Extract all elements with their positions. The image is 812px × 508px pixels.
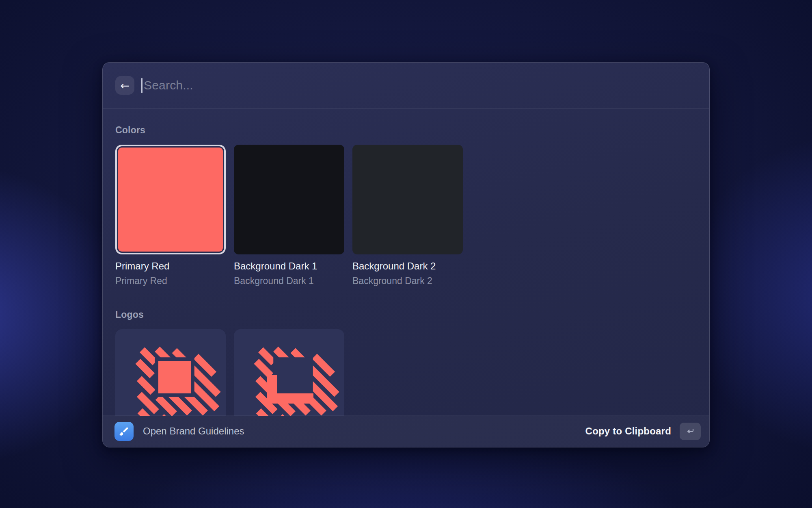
text-caret [141, 78, 143, 93]
logo-mark-filled-icon [120, 332, 221, 416]
section-header-colors: Colors [115, 125, 697, 136]
command-palette-window: ← Search... Colors Primary Red Primary R… [102, 62, 710, 447]
search-header: ← Search... [103, 63, 709, 108]
swatch-fill-background-dark-2 [352, 145, 463, 254]
search-placeholder: Search... [144, 78, 193, 92]
logos-grid [115, 329, 697, 416]
section-header-logos: Logos [115, 309, 697, 320]
color-title: Primary Red [115, 261, 226, 272]
color-title: Background Dark 1 [234, 261, 344, 272]
brand-guidelines-app-icon [114, 422, 134, 441]
copy-to-clipboard-action[interactable]: Copy to Clipboard [585, 423, 701, 440]
enter-keycap [680, 423, 701, 440]
logo-card-filled[interactable] [115, 329, 226, 416]
swatch-fill-background-dark-1 [234, 145, 344, 254]
results-area: Colors Primary Red Primary Red Backgroun… [103, 109, 709, 416]
logo-mark-outline-icon [238, 332, 340, 416]
color-subtitle: Background Dark 1 [234, 276, 344, 287]
action-bar: Open Brand Guidelines Copy to Clipboard [103, 415, 709, 447]
color-swatch-selected [115, 145, 226, 254]
open-brand-guidelines-action[interactable]: Open Brand Guidelines [114, 422, 244, 441]
paintbrush-icon [119, 426, 130, 437]
desktop-background: ← Search... Colors Primary Red Primary R… [0, 0, 812, 508]
color-card-background-dark-1[interactable]: Background Dark 1 Background Dark 1 [234, 145, 344, 287]
search-input[interactable]: Search... [141, 63, 697, 108]
color-title: Background Dark 2 [352, 261, 463, 272]
colors-grid: Primary Red Primary Red Background Dark … [115, 145, 697, 287]
copy-to-clipboard-label: Copy to Clipboard [585, 426, 671, 437]
logo-card-outline[interactable] [234, 329, 344, 416]
back-button[interactable]: ← [115, 76, 134, 95]
open-brand-guidelines-label: Open Brand Guidelines [143, 426, 244, 437]
swatch-fill-primary-red [118, 148, 223, 252]
enter-return-icon [685, 426, 695, 436]
color-subtitle: Primary Red [115, 276, 226, 287]
back-arrow-icon: ← [120, 80, 130, 91]
color-card-primary-red[interactable]: Primary Red Primary Red [115, 145, 226, 287]
color-card-background-dark-2[interactable]: Background Dark 2 Background Dark 2 [352, 145, 463, 287]
color-subtitle: Background Dark 2 [352, 276, 463, 287]
